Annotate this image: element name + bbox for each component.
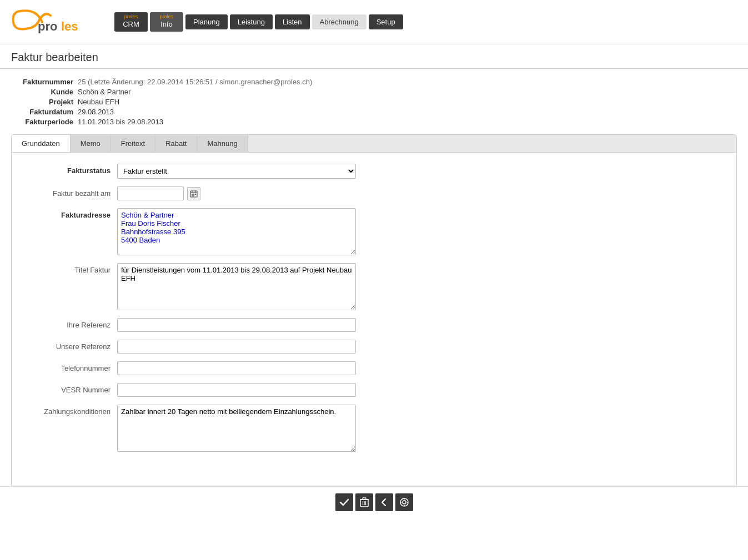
titel-textarea[interactable]: für Dienstleistungen vom 11.01.2013 bis … <box>117 263 356 310</box>
tabs-container: Grunddaten Memo Freitext Rabatt Mahnung … <box>11 134 737 486</box>
info-row-projekt: Projekt Neubau EFH <box>11 98 737 106</box>
fakturadresse-textarea[interactable]: Schön & Partner Frau Doris Fischer Bahnh… <box>117 208 356 255</box>
unsere-referenz-label: Unsere Referenz <box>28 340 117 351</box>
form-row-unsere-referenz: Unsere Referenz <box>28 340 720 354</box>
nav-abrechnung-label: Abrechnung <box>320 18 359 26</box>
tab-freitext[interactable]: Freitext <box>111 135 155 152</box>
form-row-fakturadresse: Fakturadresse Schön & Partner Frau Doris… <box>28 208 720 255</box>
fakturstatus-select[interactable]: Faktur erstellt Bezahlt Storniert <box>117 164 356 179</box>
fakturnummer-label: Fakturnummer <box>11 78 78 86</box>
form-row-ihre-referenz: Ihre Referenz <box>28 318 720 332</box>
calendar-icon-button[interactable] <box>187 187 200 200</box>
titel-label: Titel Faktur <box>28 263 117 274</box>
telefonnummer-label: Telefonnummer <box>28 361 117 372</box>
nav-crm-sublabel: proles <box>124 14 138 19</box>
svg-rect-8 <box>195 194 196 195</box>
ihre-referenz-label: Ihre Referenz <box>28 318 117 329</box>
svg-text:pro: pro <box>38 19 57 33</box>
svg-rect-6 <box>192 194 193 195</box>
header: pro les proles CRM proles Info Planung L… <box>0 0 748 44</box>
bezahlt-input[interactable] <box>117 186 184 200</box>
fakturnummer-value: 25 (Letzte Änderung: 22.09.2014 15:26:51… <box>78 78 312 86</box>
svg-rect-10 <box>193 195 194 196</box>
svg-text:les: les <box>61 19 78 33</box>
svg-rect-9 <box>192 195 193 196</box>
fakturperiode-value: 11.01.2013 bis 29.08.2013 <box>78 118 163 126</box>
invoice-info: Fakturnummer 25 (Letzte Änderung: 22.09.… <box>0 69 748 134</box>
logo-svg: pro les <box>9 6 98 39</box>
fakturstatus-label: Fakturstatus <box>28 164 117 175</box>
svg-rect-7 <box>193 194 194 195</box>
nav-planung[interactable]: Planung <box>185 14 228 29</box>
vesr-label: VESR Nummer <box>28 383 117 394</box>
delete-button[interactable] <box>355 493 373 511</box>
info-row-fakturperiode: Fakturperiode 11.01.2013 bis 29.08.2013 <box>11 118 737 126</box>
form-row-vesr: VESR Nummer <box>28 383 720 397</box>
tab-rabatt[interactable]: Rabatt <box>155 135 197 152</box>
form-row-fakturstatus: Fakturstatus Faktur erstellt Bezahlt Sto… <box>28 164 720 179</box>
nav-planung-label: Planung <box>193 18 220 26</box>
bezahlt-label: Faktur bezahlt am <box>28 186 117 198</box>
tab-grunddaten[interactable]: Grunddaten <box>12 135 71 153</box>
zahlungskonditionen-textarea[interactable]: Zahlbar innert 20 Tagen netto mit beilie… <box>117 405 356 452</box>
nav-abrechnung[interactable]: Abrechnung <box>312 14 367 29</box>
unsere-referenz-input[interactable] <box>117 340 356 354</box>
nav-info-sublabel: proles <box>160 14 174 19</box>
bezahlt-date-row <box>117 186 200 200</box>
ihre-referenz-input[interactable] <box>117 318 356 332</box>
form-row-zahlungskonditionen: Zahlungskonditionen Zahlbar innert 20 Ta… <box>28 405 720 452</box>
nav-crm-label: CRM <box>123 20 139 28</box>
fakturadresse-label: Fakturadresse <box>28 208 117 219</box>
projekt-label: Projekt <box>11 98 78 106</box>
tab-memo[interactable]: Memo <box>71 135 111 152</box>
kunde-label: Kunde <box>11 88 78 96</box>
svg-point-20 <box>403 501 406 504</box>
nav-leistung-label: Leistung <box>238 18 265 26</box>
bottom-toolbar <box>0 486 748 518</box>
nav-setup[interactable]: Setup <box>369 14 403 29</box>
info-row-fakturdatum: Fakturdatum 29.08.2013 <box>11 108 737 116</box>
main-nav: proles CRM proles Info Planung Leistung … <box>114 12 403 32</box>
tabs-header: Grunddaten Memo Freitext Rabatt Mahnung <box>12 135 736 153</box>
form-row-bezahlt: Faktur bezahlt am <box>28 186 720 200</box>
nav-info[interactable]: proles Info <box>150 12 183 32</box>
back-button[interactable] <box>375 493 393 511</box>
tab-mahnung[interactable]: Mahnung <box>197 135 248 152</box>
fakturdatum-value: 29.08.2013 <box>78 108 114 116</box>
logo: pro les <box>9 6 98 39</box>
fakturperiode-label: Fakturperiode <box>11 118 78 126</box>
settings-button[interactable] <box>395 493 413 511</box>
form-row-titel: Titel Faktur für Dienstleistungen vom 11… <box>28 263 720 310</box>
nav-leistung[interactable]: Leistung <box>230 14 273 29</box>
fakturdatum-label: Fakturdatum <box>11 108 78 116</box>
kunde-value: Schön & Partner <box>78 88 130 96</box>
nav-crm[interactable]: proles CRM <box>114 12 148 32</box>
nav-listen-label: Listen <box>283 18 302 26</box>
info-row-kunde: Kunde Schön & Partner <box>11 88 737 96</box>
page-title: Faktur bearbeiten <box>0 44 748 69</box>
info-row-fakturnummer: Fakturnummer 25 (Letzte Änderung: 22.09.… <box>11 78 737 86</box>
tab-content-grunddaten: Fakturstatus Faktur erstellt Bezahlt Sto… <box>12 153 736 486</box>
vesr-input[interactable] <box>117 383 356 397</box>
nav-setup-label: Setup <box>376 18 395 26</box>
nav-info-label: Info <box>160 20 173 28</box>
nav-listen[interactable]: Listen <box>275 14 310 29</box>
projekt-value: Neubau EFH <box>78 98 119 106</box>
telefonnummer-input[interactable] <box>117 361 356 375</box>
form-row-telefon: Telefonnummer <box>28 361 720 375</box>
save-button[interactable] <box>335 493 353 511</box>
zahlungskonditionen-label: Zahlungskonditionen <box>28 405 117 416</box>
svg-point-19 <box>400 498 408 506</box>
